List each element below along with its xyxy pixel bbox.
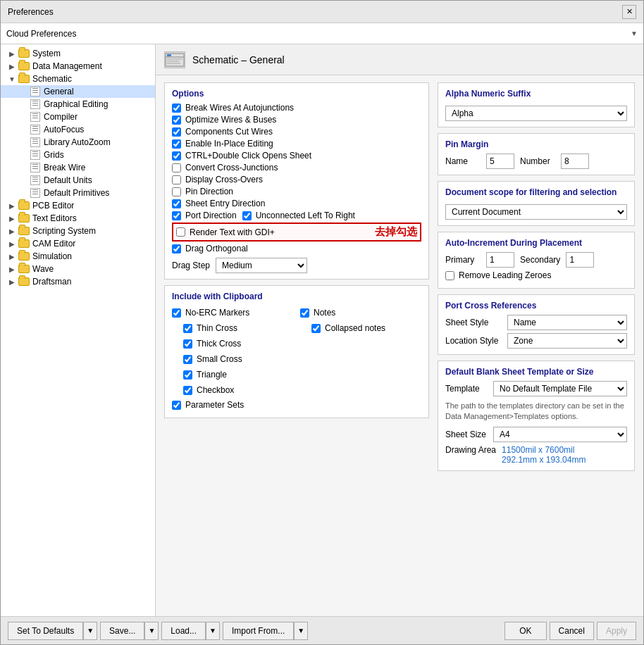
import-from-arrow[interactable]: ▼ [294, 622, 308, 640]
load-button[interactable]: Load... [161, 622, 206, 640]
checkbox-remove-leading[interactable] [445, 271, 454, 280]
label-pin-direction: Pin Direction [185, 187, 233, 196]
sidebar-item-default-units[interactable]: Default Units [1, 174, 155, 187]
sheet-size-row: Sheet Size A4 A3 A2 Letter [445, 427, 627, 442]
sidebar-item-autofocus[interactable]: AutoFocus [1, 123, 155, 136]
label-remove-leading: Remove Leading Zeroes [459, 270, 551, 280]
checkbox-unconnected-left[interactable] [242, 211, 252, 220]
sidebar-item-break-wire[interactable]: Break Wire [1, 161, 155, 174]
folder-icon-pcb [18, 201, 30, 211]
close-button[interactable]: ✕ [622, 5, 636, 19]
set-defaults-arrow[interactable]: ▼ [83, 622, 97, 640]
checkbox-convert-cross[interactable] [172, 163, 181, 173]
load-group: Load... ▼ [161, 622, 220, 640]
arrow-system: ▶ [6, 50, 18, 58]
checkbox-components-cut[interactable] [172, 127, 181, 137]
label-checkbox-item: Checkbox [197, 385, 234, 395]
alpha-numeric-title: Alpha Numeric Suffix [445, 89, 627, 99]
alpha-numeric-select[interactable]: Alpha Numeric [445, 106, 627, 121]
page-icon-compiler [29, 112, 42, 122]
drawing-area-label: Drawing Area [445, 445, 496, 455]
checkbox-port-direction[interactable] [172, 211, 181, 220]
folder-icon-schematic [18, 74, 30, 84]
title-bar: Preferences ✕ [1, 1, 643, 23]
checkbox-display-crossovers[interactable] [172, 175, 181, 184]
pin-margin-number-input[interactable] [561, 154, 589, 169]
label-autofocus: AutoFocus [44, 125, 84, 134]
option-port-direction: Port Direction [172, 211, 237, 220]
sidebar-item-simulation[interactable]: ▶ Simulation [1, 250, 155, 263]
import-from-group: Import From... ▼ [223, 622, 308, 640]
checkbox-checkbox-item[interactable] [183, 386, 192, 395]
sidebar-item-compiler[interactable]: Compiler [1, 111, 155, 123]
set-defaults-button[interactable]: Set To Defaults [8, 622, 83, 640]
checkbox-collapsed-notes[interactable] [311, 324, 321, 333]
label-ctrl-double: CTRL+Double Click Opens Sheet [185, 151, 311, 161]
sheet-style-select[interactable]: Name Number [507, 315, 627, 330]
cancel-button[interactable]: Cancel [550, 622, 594, 640]
sidebar-item-library-autozoom[interactable]: Library AutoZoom [1, 136, 155, 149]
sheet-size-select[interactable]: A4 A3 A2 Letter [493, 427, 627, 442]
label-graphical-editing: Graphical Editing [44, 99, 108, 109]
sidebar-item-text-editors[interactable]: ▶ Text Editors [1, 212, 155, 225]
checkbox-ctrl-double[interactable] [172, 151, 181, 161]
option-parameter-sets: Parameter Sets [172, 400, 421, 410]
sidebar-item-schematic[interactable]: ▼ Schematic [1, 73, 155, 85]
label-small-cross: Small Cross [197, 354, 242, 364]
checkbox-thick-cross[interactable] [183, 339, 192, 349]
panel-title: Schematic – General [192, 54, 285, 65]
checkbox-triangle[interactable] [183, 370, 192, 380]
location-style-select[interactable]: Zone Coordinates [507, 333, 627, 349]
drag-step-select[interactable]: Slow Medium Fast [216, 258, 307, 273]
save-arrow[interactable]: ▼ [144, 622, 159, 640]
option-small-cross: Small Cross [172, 354, 293, 364]
checkbox-enable-inplace[interactable] [172, 139, 181, 149]
checkbox-notes[interactable] [300, 308, 309, 318]
sidebar-item-data-mgmt[interactable]: ▶ Data Management [1, 60, 155, 73]
checkbox-break-wires[interactable] [172, 104, 181, 113]
checkbox-drag-orthogonal[interactable] [172, 244, 181, 253]
import-from-button[interactable]: Import From... [223, 622, 294, 640]
document-scope-title: Document scope for filtering and selecti… [445, 187, 627, 197]
checkbox-small-cross[interactable] [183, 355, 192, 364]
checkbox-no-erc[interactable] [172, 308, 181, 318]
label-enable-inplace: Enable In-Place Editing [185, 139, 273, 149]
label-system: System [32, 49, 61, 58]
checkbox-sheet-entry[interactable] [172, 199, 181, 208]
checkbox-pin-direction[interactable] [172, 187, 181, 196]
primary-label: Primary [445, 255, 481, 265]
window-title: Preferences [8, 7, 54, 17]
set-defaults-group: Set To Defaults ▼ [8, 622, 97, 640]
sidebar-item-general[interactable]: General [1, 85, 155, 98]
document-scope-select[interactable]: Current Document All Documents [445, 204, 627, 220]
sidebar-item-system[interactable]: ▶ System [1, 47, 155, 60]
sidebar-item-default-primitives[interactable]: Default Primitives [1, 187, 155, 199]
ok-button[interactable]: OK [504, 622, 546, 640]
label-sheet-entry: Sheet Entry Direction [185, 199, 265, 208]
label-default-units: Default Units [44, 175, 92, 185]
template-select[interactable]: No Default Template File [493, 381, 627, 396]
checkbox-render-text[interactable] [176, 227, 185, 237]
pin-margin-name-input[interactable] [486, 154, 514, 169]
secondary-input[interactable] [566, 252, 594, 268]
sidebar-item-pcb-editor[interactable]: ▶ PCB Editor [1, 199, 155, 212]
load-arrow[interactable]: ▼ [206, 622, 220, 640]
checkbox-thin-cross[interactable] [183, 324, 192, 333]
checkbox-optimize-wires[interactable] [172, 115, 181, 125]
sidebar-item-wave[interactable]: ▶ Wave [1, 263, 155, 275]
sidebar-item-graphical-editing[interactable]: Graphical Editing [1, 98, 155, 111]
primary-input[interactable] [486, 252, 514, 268]
label-unconnected-left: Unconnected Left To Right [256, 211, 355, 220]
sidebar-item-cam-editor[interactable]: ▶ CAM Editor [1, 237, 155, 250]
apply-button[interactable]: Apply [597, 622, 636, 640]
sidebar-item-grids[interactable]: Grids [1, 149, 155, 161]
checkbox-parameter-sets[interactable] [172, 401, 181, 410]
cloud-dropdown-arrow[interactable]: ▼ [631, 30, 638, 37]
drag-step-row: Drag Step Slow Medium Fast [172, 258, 421, 273]
document-scope-section: Document scope for filtering and selecti… [438, 181, 635, 226]
sidebar-item-draftsman[interactable]: ▶ Draftsman [1, 275, 155, 288]
location-style-label: Location Style [445, 336, 502, 346]
sheet-style-label: Sheet Style [445, 318, 502, 327]
save-button[interactable]: Save... [100, 622, 144, 640]
sidebar-item-scripting-system[interactable]: ▶ Scripting System [1, 225, 155, 237]
